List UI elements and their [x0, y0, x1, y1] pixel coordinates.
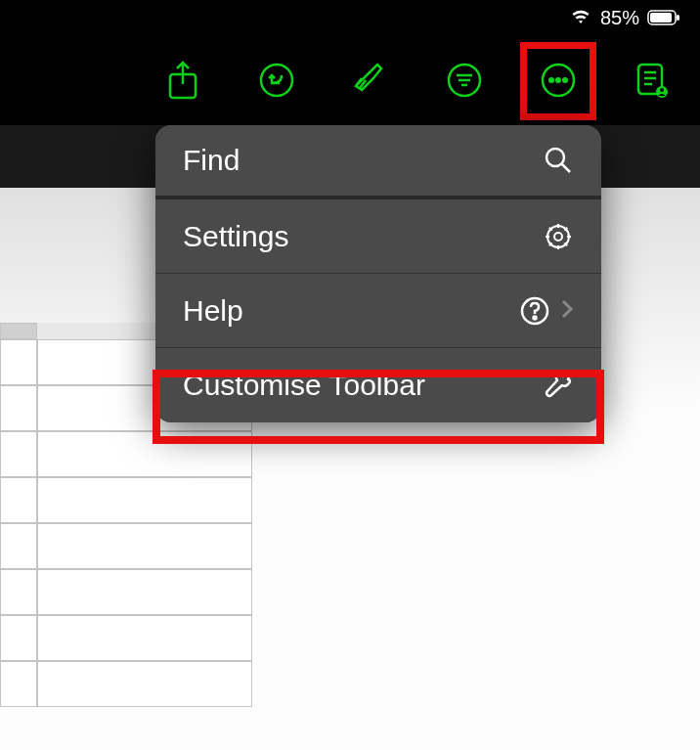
cell[interactable] [0, 661, 37, 707]
search-icon [543, 145, 574, 176]
cell[interactable] [0, 569, 37, 615]
battery-icon [647, 10, 680, 25]
cell[interactable] [0, 615, 37, 661]
svg-rect-1 [650, 13, 672, 22]
wrench-icon [543, 370, 574, 401]
cell[interactable] [0, 385, 37, 431]
cell[interactable] [37, 569, 252, 615]
collaborate-button[interactable] [634, 62, 671, 99]
menu-label: Settings [183, 220, 288, 253]
help-icon [519, 295, 574, 327]
cell[interactable] [37, 431, 252, 477]
menu-item-settings[interactable]: Settings [155, 199, 601, 274]
svg-line-23 [562, 164, 570, 172]
cell[interactable] [37, 523, 252, 569]
svg-point-21 [660, 88, 664, 92]
menu-label: Help [183, 294, 243, 328]
undo-button[interactable] [258, 62, 295, 99]
more-dropdown-menu: Find Settings Help [155, 125, 601, 422]
menu-item-customise-toolbar[interactable]: Customise Toolbar [155, 348, 601, 422]
share-button[interactable] [164, 62, 201, 99]
highlight-more-button [520, 42, 596, 120]
status-bar: 85% [0, 0, 700, 35]
column-header[interactable] [0, 323, 37, 339]
svg-rect-2 [677, 15, 679, 21]
menu-item-help[interactable]: Help [155, 274, 601, 348]
svg-point-5 [261, 65, 292, 96]
toolbar [0, 35, 700, 125]
cell[interactable] [0, 523, 37, 569]
cell[interactable] [0, 339, 37, 385]
svg-point-35 [534, 316, 537, 319]
gear-icon [543, 221, 574, 252]
svg-point-25 [554, 233, 562, 241]
chevron-right-icon [560, 298, 574, 324]
menu-label: Customise Toolbar [183, 369, 425, 402]
svg-point-22 [547, 149, 564, 166]
cell[interactable] [0, 431, 37, 477]
filter-button[interactable] [446, 62, 483, 99]
menu-label: Find [183, 144, 240, 177]
cell[interactable] [37, 661, 252, 707]
wifi-icon [569, 7, 592, 28]
battery-percent: 85% [600, 7, 639, 29]
menu-item-find[interactable]: Find [155, 125, 601, 199]
cell[interactable] [37, 615, 252, 661]
format-brush-button[interactable] [352, 62, 389, 99]
cell[interactable] [37, 477, 252, 523]
cell[interactable] [0, 477, 37, 523]
